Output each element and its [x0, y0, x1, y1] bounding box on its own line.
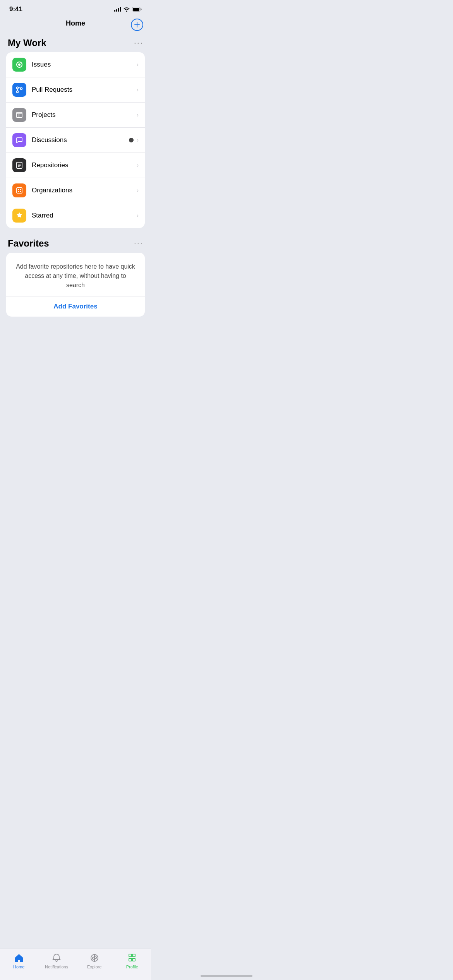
discussions-chevron: › [137, 137, 139, 144]
discussions-icon [12, 133, 26, 147]
issues-icon [12, 58, 26, 72]
battery-icon [132, 7, 142, 12]
starred-item[interactable]: Starred › [6, 203, 145, 228]
wifi-icon [124, 7, 130, 12]
svg-point-3 [18, 63, 21, 66]
svg-rect-14 [17, 188, 22, 193]
discussions-badge [129, 138, 134, 142]
pull-requests-icon [12, 83, 26, 97]
my-work-more-button[interactable]: ··· [134, 38, 143, 48]
projects-label: Projects [32, 111, 137, 119]
organizations-chevron: › [137, 187, 139, 194]
repositories-chevron: › [137, 162, 139, 169]
my-work-title: My Work [8, 38, 46, 48]
status-time: 9:41 [9, 5, 22, 13]
status-bar: 9:41 [0, 0, 151, 15]
add-button[interactable] [131, 19, 143, 31]
repositories-item[interactable]: Repositories › [6, 153, 145, 178]
signal-icon [114, 7, 121, 12]
projects-item[interactable]: Projects › [6, 103, 145, 128]
svg-rect-16 [20, 189, 21, 190]
pull-requests-chevron: › [137, 86, 139, 93]
page-title: Home [66, 19, 85, 27]
my-work-section-header: My Work ··· [0, 34, 151, 52]
svg-rect-17 [18, 191, 19, 192]
organizations-item[interactable]: Organizations › [6, 178, 145, 203]
favorites-card: Add favorite repositories here to have q… [6, 253, 145, 317]
discussions-item[interactable]: Discussions › [6, 128, 145, 153]
issues-chevron: › [137, 61, 139, 68]
organizations-label: Organizations [32, 187, 137, 194]
repositories-icon [12, 158, 26, 172]
svg-rect-1 [133, 8, 139, 11]
svg-rect-15 [18, 189, 19, 190]
issues-label: Issues [32, 61, 137, 69]
starred-label: Starred [32, 212, 137, 219]
pull-requests-label: Pull Requests [32, 86, 137, 94]
starred-icon [12, 209, 26, 223]
status-icons [114, 7, 142, 12]
starred-chevron: › [137, 212, 139, 219]
pull-requests-item[interactable]: Pull Requests › [6, 77, 145, 103]
issues-item[interactable]: Issues › [6, 52, 145, 77]
favorites-title: Favorites [8, 238, 49, 249]
page-header: Home [0, 15, 151, 34]
organizations-icon [12, 183, 26, 197]
add-favorites-button[interactable]: Add Favorites [6, 296, 145, 317]
favorites-more-button[interactable]: ··· [134, 238, 143, 248]
discussions-label: Discussions [32, 136, 129, 144]
svg-rect-18 [20, 191, 21, 192]
projects-chevron: › [137, 111, 139, 118]
repositories-label: Repositories [32, 161, 137, 169]
favorites-section-header: Favorites ··· [0, 234, 151, 253]
my-work-card: Issues › Pull Requests › [6, 52, 145, 228]
svg-rect-7 [17, 112, 22, 118]
projects-icon [12, 108, 26, 122]
favorites-empty-text: Add favorite repositories here to have q… [6, 253, 145, 296]
